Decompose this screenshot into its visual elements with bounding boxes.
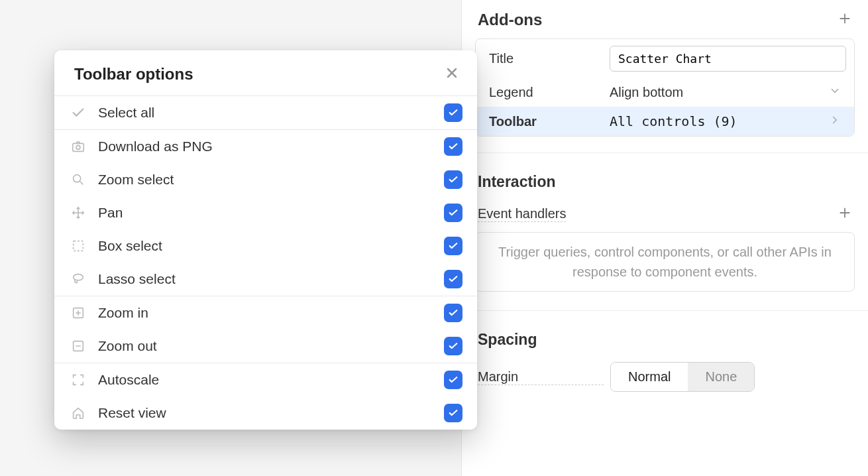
select-all-row[interactable]: Select all bbox=[54, 96, 477, 129]
addons-title: Add-ons bbox=[478, 11, 542, 29]
prop-row-legend[interactable]: Legend Align bottom bbox=[476, 78, 854, 107]
opt-lasso-select[interactable]: Lasso select bbox=[54, 263, 477, 296]
opt-zoom-out-checkbox[interactable] bbox=[444, 337, 462, 355]
toolbar-value: All controls (9) bbox=[610, 113, 737, 129]
opt-box-select[interactable]: Box select bbox=[54, 229, 477, 263]
toolbar-value-wrap: All controls (9) bbox=[610, 113, 846, 129]
margin-row: Margin Normal None bbox=[462, 354, 868, 400]
opt-reset-view-checkbox[interactable] bbox=[444, 404, 462, 422]
opt-zoom-in-label: Zoom in bbox=[98, 305, 432, 321]
event-handlers-placeholder[interactable]: Trigger queries, control components, or … bbox=[475, 232, 855, 292]
add-event-handler-button[interactable] bbox=[838, 206, 852, 223]
autoscale-icon bbox=[70, 372, 86, 388]
opt-zoom-in[interactable]: Zoom in bbox=[54, 296, 477, 329]
add-addon-button[interactable] bbox=[838, 11, 852, 29]
legend-select[interactable]: Align bottom bbox=[610, 85, 846, 100]
opt-zoom-out[interactable]: Zoom out bbox=[54, 329, 477, 363]
close-button[interactable] bbox=[444, 65, 460, 84]
opt-zoom-out-label: Zoom out bbox=[98, 338, 432, 354]
interaction-heading: Interaction bbox=[462, 152, 868, 196]
margin-segmented: Normal None bbox=[610, 362, 755, 392]
addons-props: Title Legend Align bottom Toolbar All co… bbox=[475, 38, 855, 137]
margin-label: Margin bbox=[478, 369, 604, 385]
plus-icon bbox=[838, 11, 852, 26]
prop-label-title: Title bbox=[484, 51, 603, 66]
margin-normal-button[interactable]: Normal bbox=[611, 363, 688, 391]
svg-point-1 bbox=[76, 145, 80, 149]
opt-zoom-select[interactable]: Zoom select bbox=[54, 163, 477, 196]
opt-box-select-checkbox[interactable] bbox=[444, 237, 462, 255]
select-all-label: Select all bbox=[98, 105, 432, 121]
opt-box-select-label: Box select bbox=[98, 238, 432, 254]
prop-row-toolbar[interactable]: Toolbar All controls (9) bbox=[476, 107, 854, 136]
opt-pan-label: Pan bbox=[98, 205, 432, 221]
opt-reset-view-label: Reset view bbox=[98, 405, 432, 421]
chevron-down-icon bbox=[829, 85, 841, 100]
toolbar-options-modal: Toolbar options Select all Download as P… bbox=[54, 50, 477, 430]
chevron-right-icon bbox=[829, 113, 841, 129]
spacing-heading: Spacing bbox=[462, 310, 868, 354]
right-panel: Add-ons Title Legend Align bottom Toolba… bbox=[461, 0, 868, 476]
opt-autoscale[interactable]: Autoscale bbox=[54, 363, 477, 396]
legend-value: Align bottom bbox=[610, 85, 683, 100]
prop-label-toolbar: Toolbar bbox=[484, 114, 603, 129]
camera-icon bbox=[70, 139, 86, 154]
zoom-out-icon bbox=[70, 338, 86, 354]
svg-rect-0 bbox=[73, 143, 84, 151]
close-icon bbox=[444, 65, 460, 81]
modal-title: Toolbar options bbox=[74, 65, 193, 84]
home-icon bbox=[70, 405, 86, 421]
opt-autoscale-checkbox[interactable] bbox=[444, 371, 462, 389]
opt-lasso-select-checkbox[interactable] bbox=[444, 270, 462, 288]
opt-zoom-in-checkbox[interactable] bbox=[444, 304, 462, 322]
plus-icon bbox=[838, 206, 852, 220]
opt-lasso-select-label: Lasso select bbox=[98, 271, 432, 287]
event-handlers-label: Event handlers bbox=[478, 206, 566, 222]
zoom-in-icon bbox=[70, 305, 86, 321]
svg-rect-3 bbox=[74, 241, 83, 251]
opt-reset-view[interactable]: Reset view bbox=[54, 396, 477, 430]
opt-download-png-label: Download as PNG bbox=[98, 139, 432, 154]
opt-pan-checkbox[interactable] bbox=[444, 204, 462, 222]
lasso-icon bbox=[70, 271, 86, 287]
opt-autoscale-label: Autoscale bbox=[98, 372, 432, 388]
opt-zoom-select-label: Zoom select bbox=[98, 172, 432, 188]
title-input[interactable] bbox=[610, 46, 846, 72]
opt-zoom-select-checkbox[interactable] bbox=[444, 170, 462, 189]
event-handlers-header: Event handlers bbox=[462, 196, 868, 227]
opt-pan[interactable]: Pan bbox=[54, 196, 477, 229]
box-select-icon bbox=[70, 238, 86, 254]
modal-header: Toolbar options bbox=[54, 50, 477, 95]
svg-point-2 bbox=[74, 175, 81, 182]
addons-header: Add-ons bbox=[462, 0, 868, 34]
select-all-checkbox[interactable] bbox=[444, 103, 462, 122]
prop-row-title: Title bbox=[476, 39, 854, 78]
zoom-select-icon bbox=[70, 172, 86, 188]
pan-icon bbox=[70, 205, 86, 221]
margin-none-button[interactable]: None bbox=[688, 363, 754, 391]
check-icon bbox=[70, 105, 86, 121]
prop-label-legend: Legend bbox=[484, 85, 603, 100]
opt-download-png-checkbox[interactable] bbox=[444, 137, 462, 156]
opt-download-png[interactable]: Download as PNG bbox=[54, 130, 477, 163]
